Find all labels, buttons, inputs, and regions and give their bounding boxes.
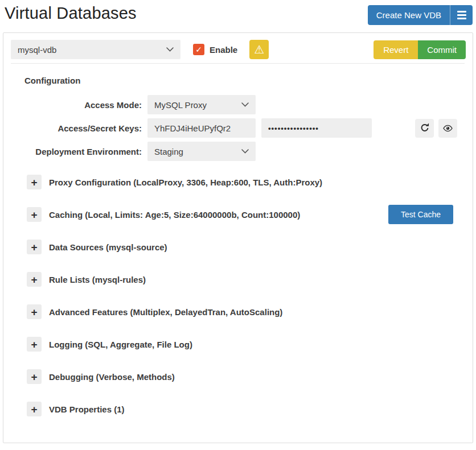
section-label: Data Sources (mysql-source) — [49, 242, 167, 252]
chevron-down-icon — [241, 149, 249, 154]
access-mode-value: MySQL Proxy — [154, 100, 207, 110]
deployment-environment-row: Deployment Environment: Staging — [3, 142, 473, 161]
section-logging: + Logging (SQL, Aggregate, File Log) — [27, 337, 453, 352]
deployment-environment-label: Deployment Environment: — [3, 147, 147, 156]
section-label: Logging (SQL, Aggregate, File Log) — [49, 340, 192, 349]
show-secret-button[interactable] — [438, 119, 457, 138]
vdb-toolbar: mysql-vdb ✓ Enable ⚠ Revert Commit — [3, 33, 473, 59]
access-secret-keys-label: Access/Secret Keys: — [3, 123, 147, 133]
test-cache-button[interactable]: Test Cache — [388, 205, 453, 224]
section-label: Proxy Configuration (LocalProxy, 3306, H… — [49, 177, 322, 187]
section-advanced-features: + Advanced Features (Multiplex, DelayedT… — [27, 304, 453, 319]
expand-icon[interactable]: + — [27, 402, 42, 416]
chevron-down-icon — [166, 47, 174, 52]
enable-checkbox[interactable]: ✓ — [193, 44, 204, 55]
configuration-form: Access Mode: MySQL Proxy Access/Secret K… — [3, 95, 473, 161]
section-caching: + Caching (Local, Limits: Age:5, Size:64… — [27, 207, 453, 222]
collapsible-sections: + Proxy Configuration (LocalProxy, 3306,… — [3, 175, 473, 416]
section-proxy-configuration: + Proxy Configuration (LocalProxy, 3306,… — [27, 175, 453, 189]
deployment-environment-value: Staging — [154, 147, 183, 156]
refresh-icon — [420, 123, 430, 133]
configuration-heading: Configuration — [24, 76, 473, 85]
revert-button[interactable]: Revert — [374, 40, 418, 59]
section-label: Caching (Local, Limits: Age:5, Size:6400… — [49, 210, 300, 220]
expand-icon[interactable]: + — [27, 369, 42, 384]
section-rule-lists: + Rule Lists (mysql-rules) — [27, 272, 453, 287]
section-label: Rule Lists (mysql-rules) — [49, 275, 146, 284]
expand-icon[interactable]: + — [27, 207, 42, 222]
section-data-sources: + Data Sources (mysql-source) — [27, 240, 453, 254]
vdb-select-value: mysql-vdb — [18, 45, 56, 55]
access-secret-keys-row: Access/Secret Keys: — [3, 118, 473, 138]
section-label: Advanced Features (Multiplex, DelayedTra… — [49, 307, 282, 317]
regenerate-keys-button[interactable] — [415, 119, 434, 138]
section-debugging: + Debugging (Verbose, Methods) — [27, 369, 453, 384]
section-label: VDB Properties (1) — [49, 404, 125, 414]
access-mode-label: Access Mode: — [3, 100, 147, 110]
page-header: Virtual Databases Create New VDB — [0, 0, 476, 25]
toolbar-divider — [11, 63, 465, 64]
header-button-group: Create New VDB — [368, 5, 473, 25]
access-mode-row: Access Mode: MySQL Proxy — [3, 95, 473, 114]
eye-icon — [442, 123, 453, 134]
checkmark-icon: ✓ — [195, 45, 202, 54]
vdb-select[interactable]: mysql-vdb — [11, 40, 180, 59]
create-new-vdb-button[interactable]: Create New VDB — [368, 5, 450, 25]
access-mode-select[interactable]: MySQL Proxy — [147, 95, 256, 114]
section-vdb-properties: + VDB Properties (1) — [27, 402, 453, 416]
access-key-input[interactable] — [147, 118, 256, 138]
warning-icon: ⚠ — [254, 43, 264, 56]
chevron-down-icon — [241, 102, 249, 107]
expand-icon[interactable]: + — [27, 304, 42, 319]
expand-icon[interactable]: + — [27, 175, 42, 189]
expand-icon[interactable]: + — [27, 272, 42, 287]
menu-button[interactable] — [450, 5, 473, 25]
deployment-environment-select[interactable]: Staging — [147, 142, 256, 161]
secret-key-input[interactable] — [261, 118, 372, 138]
revert-commit-group: Revert Commit — [374, 40, 466, 59]
expand-icon[interactable]: + — [27, 337, 42, 352]
hamburger-icon — [457, 11, 466, 13]
section-label: Debugging (Verbose, Methods) — [49, 372, 175, 382]
enable-checkbox-wrap[interactable]: ✓ Enable — [193, 44, 237, 55]
page-title: Virtual Databases — [5, 4, 137, 23]
enable-label: Enable — [210, 45, 237, 55]
expand-icon[interactable]: + — [27, 240, 42, 254]
commit-button[interactable]: Commit — [418, 40, 466, 59]
vdb-panel: mysql-vdb ✓ Enable ⚠ Revert Commit Confi… — [3, 32, 473, 443]
warning-button[interactable]: ⚠ — [249, 40, 269, 59]
